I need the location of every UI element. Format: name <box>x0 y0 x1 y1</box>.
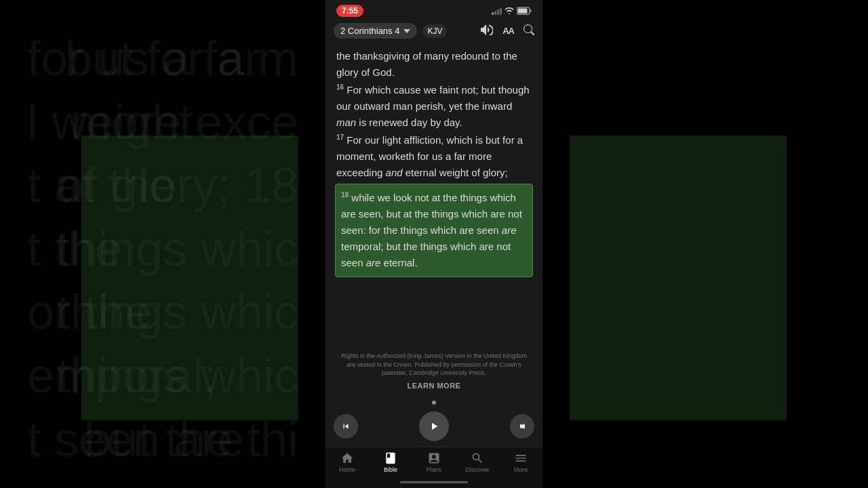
verse-num-16: 16 <box>336 83 344 91</box>
tab-home[interactable]: Home <box>326 451 369 473</box>
signal-icon <box>492 7 502 15</box>
verse-16: 16 For which cause we faint not; but tho… <box>336 82 532 131</box>
status-bar: 7:55 <box>326 0 542 19</box>
wifi-icon <box>505 7 514 14</box>
speaker-icon[interactable] <box>481 24 493 38</box>
chevron-down-icon <box>403 29 410 33</box>
svg-rect-1 <box>518 9 528 14</box>
nav-bar: 2 Corinthians 4 KJV AA <box>326 19 542 43</box>
player-play-button[interactable] <box>419 411 449 441</box>
side-overlay-left <box>0 0 326 488</box>
tab-plans-label: Plans <box>427 466 442 473</box>
nav-icons: AA <box>481 24 534 38</box>
player-controls <box>334 411 534 441</box>
copyright-text: Rights in the Authorized (King James) Ve… <box>336 352 532 378</box>
tab-more-label: More <box>514 466 528 473</box>
verse-num-17: 17 <box>336 134 344 141</box>
more-icon <box>514 451 528 465</box>
player-next-button[interactable] <box>510 414 534 439</box>
tab-discover-label: Discover <box>465 466 489 473</box>
learn-more-button[interactable]: LEARN MORE <box>336 382 532 390</box>
svg-rect-2 <box>530 9 532 12</box>
battery-icon <box>517 7 532 15</box>
plans-icon <box>427 451 441 465</box>
home-indicator <box>326 476 542 488</box>
bible-icon <box>384 451 397 465</box>
bg-text-right: for us a far l weight t at the t the or … <box>0 0 326 488</box>
home-indicator-bar <box>400 481 468 483</box>
status-icons <box>492 7 532 15</box>
tab-bar: Home Bible Plans Discover More <box>326 447 542 476</box>
highlight-section: 18 while we look not at the things which… <box>335 184 533 277</box>
tab-more[interactable]: More <box>499 451 542 473</box>
copyright-section: Rights in the Authorized (King James) Ve… <box>326 346 542 395</box>
home-icon <box>340 451 354 465</box>
green-overlay-right <box>570 136 787 420</box>
content-area: the thanksgiving of many redound to the … <box>326 43 542 346</box>
tab-plans[interactable]: Plans <box>412 451 456 473</box>
search-icon[interactable] <box>524 24 534 38</box>
verse-17: 17 For our light affliction, which is bu… <box>336 132 532 181</box>
tab-bible[interactable]: Bible <box>369 451 412 473</box>
book-title: 2 Corinthians 4 <box>340 26 399 36</box>
verse-num-18: 18 <box>341 191 349 199</box>
version-pill[interactable]: KJV <box>422 24 447 38</box>
verse-18: 18 while we look not at the things which… <box>341 192 522 268</box>
phone-panel: 7:55 2 Corinthians 4 <box>326 0 542 488</box>
green-overlay-left <box>81 136 298 420</box>
bg-text-left: but for a m more exce of glory; 18 thing… <box>0 0 326 488</box>
player-bar <box>326 409 542 447</box>
player-dot-indicator <box>326 395 542 407</box>
book-pill[interactable]: 2 Corinthians 4 <box>334 23 417 39</box>
status-time: 7:55 <box>336 5 363 17</box>
side-overlay-right <box>542 0 868 488</box>
player-prev-button[interactable] <box>334 414 358 439</box>
verse-intro: the thanksgiving of many redound to the … <box>336 48 532 81</box>
tab-home-label: Home <box>339 466 355 473</box>
tab-discover[interactable]: Discover <box>456 451 499 473</box>
tab-bible-label: Bible <box>384 466 397 473</box>
font-size-icon[interactable]: AA <box>502 26 514 36</box>
discover-icon <box>471 451 484 465</box>
